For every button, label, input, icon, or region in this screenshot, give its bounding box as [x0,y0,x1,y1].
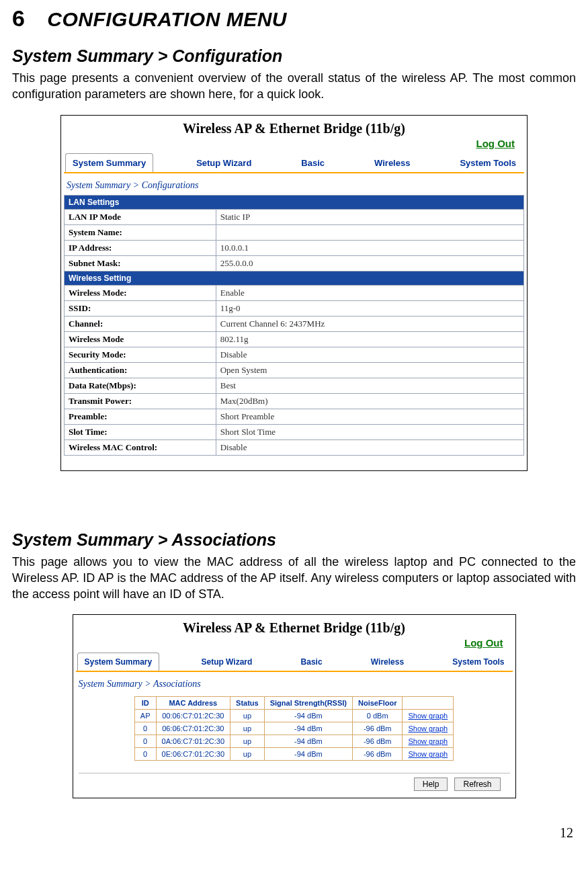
cell-noise: -96 dBm [353,748,403,761]
wireless-setting-header: Wireless Setting [65,271,524,285]
row-value: Enable [216,285,523,300]
screenshot-associations: Wireless AP & Ethernet Bridge (11b/g) Lo… [73,614,516,798]
table-row: 006:06:C7:01:2C:30up-94 dBm-96 dBmShow g… [134,722,453,735]
chapter-title: CONFIGURATION MENU [47,8,287,30]
cell-status: up [230,748,265,761]
show-graph-link[interactable]: Show graph [408,750,448,758]
table-row: Authentication:Open System [65,362,524,378]
help-button[interactable]: Help [414,778,448,791]
row-label: Data Rate(Mbps): [65,378,216,393]
cell-link: Show graph [403,748,454,761]
row-label: Authentication: [65,362,216,378]
tab-basic[interactable]: Basic [294,153,331,172]
tab-wireless[interactable]: Wireless [368,153,417,172]
tab-bar: System Summary Setup Wizard Basic Wirele… [61,153,527,172]
config-table: LAN Settings LAN IP ModeStatic IPSystem … [64,195,524,456]
column-header: Signal Strength(RSSI) [264,697,352,710]
row-value: Max(20dBm) [216,393,523,409]
row-label: Wireless Mode [65,331,216,347]
row-value: 10.0.0.1 [216,240,523,255]
table-row: 00A:06:C7:01:2C:30up-94 dBm-96 dBmShow g… [134,735,453,748]
row-value: 255.0.0.0 [216,255,523,271]
tab-setup-wizard[interactable]: Setup Wizard [190,153,258,172]
row-value: Short Slot Time [216,424,523,440]
show-graph-link[interactable]: Show graph [408,724,448,732]
row-label: Transmit Power: [65,393,216,409]
cell-status: up [230,735,265,748]
tab-system-summary[interactable]: System Summary [65,153,153,172]
cell-id: 0 [134,735,156,748]
row-label: IP Address: [65,240,216,255]
table-row: Wireless Mode:Enable [65,285,524,300]
tab-system-summary[interactable]: System Summary [77,653,160,671]
row-label: Wireless MAC Control: [65,440,216,455]
row-value: Current Channel 6: 2437MHz [216,316,523,331]
table-row: IP Address:10.0.0.1 [65,240,524,255]
table-row: Subnet Mask:255.0.0.0 [65,255,524,271]
row-label: Channel: [65,316,216,331]
row-label: Preamble: [65,409,216,424]
column-header: Status [230,697,265,710]
cell-noise: -96 dBm [353,722,403,735]
show-graph-link[interactable]: Show graph [408,737,448,745]
breadcrumb: System Summary > Configurations [61,173,527,195]
section-config-heading: System Summary > Configuration [12,46,576,66]
tab-system-tools[interactable]: System Tools [446,652,511,671]
app-title: Wireless AP & Ethernet Bridge (11b/g) [61,116,527,138]
row-label: Wireless Mode: [65,285,216,300]
tab-system-tools[interactable]: System Tools [453,153,523,172]
page-number: 12 [12,825,576,841]
logout-link[interactable]: Log Out [464,637,503,648]
row-value: Disable [216,440,523,455]
screenshot-configurations: Wireless AP & Ethernet Bridge (11b/g) Lo… [60,115,528,471]
row-value: Best [216,378,523,393]
tab-bar: System Summary Setup Wizard Basic Wirele… [73,652,515,671]
row-value: 802.11g [216,331,523,347]
chapter-heading: 6 CONFIGURATION MENU [12,5,576,32]
table-row: System Name: [65,224,524,240]
row-value: Open System [216,362,523,378]
cell-rssi: -94 dBm [264,722,352,735]
section-config-paragraph: This page presents a convenient overview… [12,70,576,103]
column-header: MAC Address [156,697,230,710]
associations-table: IDMAC AddressStatusSignal Strength(RSSI)… [134,696,454,761]
chapter-number: 6 [12,5,25,31]
cell-status: up [230,722,265,735]
breadcrumb: System Summary > Associations [73,672,515,694]
row-value: Short Preamble [216,409,523,424]
table-row: SSID:11g-0 [65,300,524,316]
row-value: 11g-0 [216,300,523,316]
refresh-button[interactable]: Refresh [454,778,500,791]
cell-mac: 00:06:C7:01:2C:30 [156,710,230,722]
cell-mac: 06:06:C7:01:2C:30 [156,722,230,735]
cell-link: Show graph [403,710,454,722]
table-row: AP00:06:C7:01:2C:30up-94 dBm0 dBmShow gr… [134,710,453,722]
table-row: Transmit Power:Max(20dBm) [65,393,524,409]
tab-setup-wizard[interactable]: Setup Wizard [194,652,259,671]
column-header: ID [134,697,156,710]
table-row: Wireless MAC Control:Disable [65,440,524,455]
cell-link: Show graph [403,735,454,748]
table-row: LAN IP ModeStatic IP [65,209,524,224]
lan-settings-header: LAN Settings [65,195,524,209]
section-assoc-paragraph: This page allows you to view the MAC add… [12,554,576,603]
row-label: LAN IP Mode [65,209,216,224]
cell-status: up [230,710,265,722]
cell-id: AP [134,710,156,722]
logout-link[interactable]: Log Out [476,138,515,149]
column-header: NoiseFloor [353,697,403,710]
cell-id: 0 [134,748,156,761]
row-label: System Name: [65,224,216,240]
table-row: Slot Time:Short Slot Time [65,424,524,440]
show-graph-link[interactable]: Show graph [408,712,448,720]
row-value [216,224,523,240]
table-row: 00E:06:C7:01:2C:30up-94 dBm-96 dBmShow g… [134,748,453,761]
row-label: Security Mode: [65,347,216,362]
table-row: Data Rate(Mbps):Best [65,378,524,393]
row-label: SSID: [65,300,216,316]
tab-basic[interactable]: Basic [294,652,329,671]
table-row: Wireless Mode802.11g [65,331,524,347]
cell-mac: 0E:06:C7:01:2C:30 [156,748,230,761]
cell-rssi: -94 dBm [264,748,352,761]
tab-wireless[interactable]: Wireless [364,652,411,671]
